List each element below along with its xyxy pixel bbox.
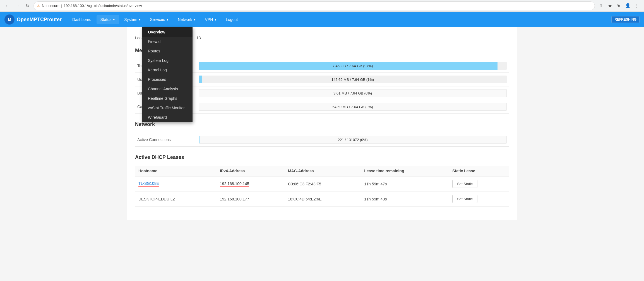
brand-icon: M bbox=[4, 14, 15, 25]
memory-used-bar-cell: 145.69 MB / 7.64 GB (1%) bbox=[196, 73, 509, 86]
share-button[interactable]: ⇧ bbox=[597, 2, 605, 10]
dhcp-row1-lease: 11h 59m 47s bbox=[361, 176, 449, 192]
vpn-arrow-icon: ▼ bbox=[214, 18, 217, 21]
col-hostname: Hostname bbox=[135, 166, 217, 176]
memory-total-text: 7.46 GB / 7.64 GB (97%) bbox=[199, 62, 507, 70]
nav-system[interactable]: System ▼ bbox=[120, 15, 145, 24]
status-dropdown: Overview Firewall Routes System Log Kern… bbox=[142, 27, 193, 122]
dhcp-row2-hostname: DESKTOP-EDDUIL2 bbox=[135, 192, 217, 207]
memory-used-text: 145.69 MB / 7.64 GB (1%) bbox=[199, 76, 507, 83]
memory-total-bar-cell: 7.46 GB / 7.64 GB (97%) bbox=[196, 59, 509, 73]
profile-button[interactable]: 👤 bbox=[624, 2, 632, 10]
dhcp-section: Active DHCP Leases Hostname IPv4-Address… bbox=[135, 154, 509, 207]
hostname-text-2: DESKTOP-EDDUIL2 bbox=[138, 197, 175, 201]
dhcp-row-1: TL-SG108E 192.168.100.145 C0:06:C3:F2:43… bbox=[135, 176, 509, 192]
dropdown-item-system-log[interactable]: System Log bbox=[142, 56, 193, 65]
dropdown-item-firewall[interactable]: Firewall bbox=[142, 37, 193, 46]
memory-buffered-bar: 3.61 MB / 7.64 GB (0%) bbox=[199, 89, 507, 97]
dhcp-row1-mac: C0:06:C3:F2:43:F5 bbox=[285, 176, 361, 192]
system-arrow-icon: ▼ bbox=[138, 18, 141, 21]
ipv4-text-2: 192.168.100.177 bbox=[220, 197, 249, 201]
security-warning: ⚠ bbox=[37, 4, 40, 8]
set-static-button-1[interactable]: Set Static bbox=[452, 180, 477, 188]
dhcp-thead: Hostname IPv4-Address MAC-Address Lease … bbox=[135, 166, 509, 176]
col-lease: Lease time remaining bbox=[361, 166, 449, 176]
extensions-button[interactable]: ⛯ bbox=[615, 2, 623, 10]
dropdown-item-kernel-log[interactable]: Kernel Log bbox=[142, 65, 193, 75]
dhcp-row2-ipv4: 192.168.100.177 bbox=[217, 192, 285, 207]
memory-cached-text: 54.59 MB / 7.64 GB (0%) bbox=[199, 103, 506, 110]
dhcp-row-2: DESKTOP-EDDUIL2 192.168.100.177 18:C0:4D… bbox=[135, 192, 509, 207]
brand-link[interactable]: M OpenMPTCProuter bbox=[4, 14, 62, 25]
dropdown-item-processes[interactable]: Processes bbox=[142, 75, 193, 84]
nav-logout[interactable]: Logout bbox=[222, 15, 242, 24]
ipv4-text-1: 192.168.100.145 bbox=[220, 181, 249, 186]
network-arrow-icon: ▼ bbox=[193, 18, 196, 21]
nav-services[interactable]: Services ▼ bbox=[146, 15, 173, 24]
network-table: Active Connections 221 / 131072 (0%) bbox=[135, 133, 509, 147]
dropdown-item-wireguard[interactable]: WireGuard bbox=[142, 113, 193, 122]
nav-network[interactable]: Network ▼ bbox=[174, 15, 200, 24]
nav-items: Dashboard Status ▼ System ▼ Services ▼ N… bbox=[68, 15, 242, 24]
memory-total-bar: 7.46 GB / 7.64 GB (97%) bbox=[199, 62, 507, 70]
set-static-button-2[interactable]: Set Static bbox=[452, 195, 477, 203]
dropdown-item-vnstat[interactable]: vnStat Traffic Monitor bbox=[142, 103, 193, 113]
browser-chrome: ← → ↻ ⚠ Not secure | 192.168.100.1/cgi-b… bbox=[0, 0, 644, 12]
bookmark-button[interactable]: ★ bbox=[606, 2, 614, 10]
nav-dashboard[interactable]: Dashboard bbox=[68, 15, 95, 24]
refreshing-badge: REFRESHING bbox=[611, 16, 640, 23]
dhcp-row2-lease: 11h 59m 43s bbox=[361, 192, 449, 207]
back-button[interactable]: ← bbox=[3, 2, 11, 10]
services-arrow-icon: ▼ bbox=[166, 18, 169, 21]
menu-button[interactable]: ⋮ bbox=[633, 2, 641, 10]
dhcp-row1-ipv4: 192.168.100.145 bbox=[217, 176, 285, 192]
memory-buffered-text: 3.61 MB / 7.64 GB (0%) bbox=[199, 89, 506, 97]
network-connections-bar: 221 / 131072 (0%) bbox=[199, 136, 507, 144]
dhcp-title: Active DHCP Leases bbox=[135, 154, 509, 163]
dhcp-row1-action: Set Static bbox=[449, 176, 509, 192]
network-connections-bar-cell: 221 / 131072 (0%) bbox=[196, 133, 509, 147]
not-secure-label: Not secure bbox=[42, 4, 59, 8]
network-row-connections: Active Connections 221 / 131072 (0%) bbox=[135, 133, 509, 147]
network-connections-label: Active Connections bbox=[135, 133, 196, 147]
memory-cached-bar: 54.59 MB / 7.64 GB (0%) bbox=[199, 103, 507, 111]
dhcp-row1-hostname: TL-SG108E bbox=[135, 176, 217, 192]
dhcp-row2-action: Set Static bbox=[449, 192, 509, 207]
dhcp-row2-mac: 18:C0:4D:54:E2:6E bbox=[285, 192, 361, 207]
browser-actions: ⇧ ★ ⛯ 👤 ⋮ bbox=[597, 2, 641, 10]
col-ipv4: IPv4-Address bbox=[217, 166, 285, 176]
network-section: Network Active Connections 221 / 131072 … bbox=[135, 122, 509, 147]
dropdown-item-overview[interactable]: Overview bbox=[142, 27, 193, 37]
hostname-text-1: TL-SG108E bbox=[138, 181, 159, 186]
col-mac: MAC-Address bbox=[285, 166, 361, 176]
dhcp-table: Hostname IPv4-Address MAC-Address Lease … bbox=[135, 166, 509, 207]
url-separator: | bbox=[61, 4, 62, 8]
nav-status[interactable]: Status ▼ bbox=[97, 15, 119, 24]
nav-vpn[interactable]: VPN ▼ bbox=[201, 15, 221, 24]
memory-buffered-bar-cell: 3.61 MB / 7.64 GB (0%) bbox=[196, 86, 509, 100]
load-average-value: 13 bbox=[196, 36, 509, 40]
hostname-link-1[interactable]: TL-SG108E bbox=[138, 181, 159, 186]
forward-button[interactable]: → bbox=[13, 2, 21, 10]
brand-name: OpenMPTCProuter bbox=[17, 17, 62, 23]
dhcp-tbody: TL-SG108E 192.168.100.145 C0:06:C3:F2:43… bbox=[135, 176, 509, 207]
reload-button[interactable]: ↻ bbox=[23, 2, 31, 10]
network-title: Network bbox=[135, 122, 509, 130]
dropdown-item-realtime-graphs[interactable]: Realtime Graphs bbox=[142, 94, 193, 103]
address-bar[interactable]: ⚠ Not secure | 192.168.100.1/cgi-bin/luc… bbox=[33, 1, 595, 10]
dhcp-header-row: Hostname IPv4-Address MAC-Address Lease … bbox=[135, 166, 509, 176]
memory-cached-bar-cell: 54.59 MB / 7.64 GB (0%) bbox=[196, 100, 509, 114]
url-text: 192.168.100.1/cgi-bin/luci/admin/status/… bbox=[64, 4, 142, 8]
col-static: Static Lease bbox=[449, 166, 509, 176]
status-arrow-icon: ▼ bbox=[112, 18, 115, 21]
dropdown-item-channel-analysis[interactable]: Channel Analysis bbox=[142, 84, 193, 94]
dropdown-item-routes[interactable]: Routes bbox=[142, 46, 193, 56]
memory-used-bar: 145.69 MB / 7.64 GB (1%) bbox=[199, 76, 507, 83]
navbar: M OpenMPTCProuter Dashboard Status ▼ Sys… bbox=[0, 12, 644, 27]
network-connections-text: 221 / 131072 (0%) bbox=[199, 136, 506, 143]
